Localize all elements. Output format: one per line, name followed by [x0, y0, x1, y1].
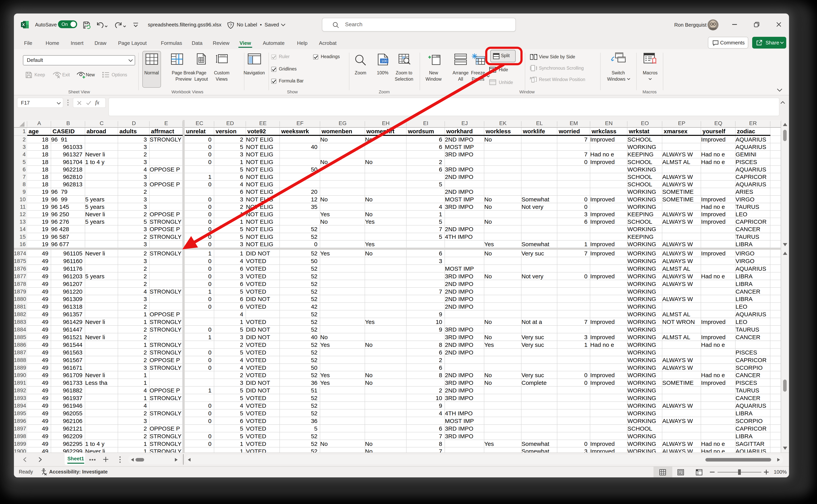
svg-text:?: ?	[229, 23, 232, 28]
svg-text:100: 100	[381, 59, 387, 63]
svg-text:X: X	[22, 22, 25, 27]
